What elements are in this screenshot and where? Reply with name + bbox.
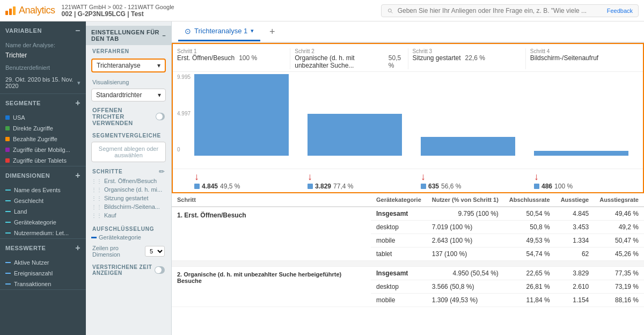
step-4[interactable]: ⋮⋮Bildschirm-/Seitena...: [86, 202, 171, 211]
drop-arrow-1: ↓: [194, 171, 199, 183]
segment-direkte[interactable]: Direkte Zugriffe: [0, 123, 86, 134]
edit-steps-icon[interactable]: ✏: [159, 168, 165, 176]
th-schritt: Schritt: [172, 193, 371, 207]
y-axis: 9.995 4.997 0: [177, 74, 191, 152]
top-bar: Analytics 121WATT GmbH > 002 - 121WATT G…: [0, 0, 644, 21]
tab-bar: ⊙ Trichteranalyse 1 ▾ +: [172, 21, 644, 43]
chevron-down-icon: ▾: [157, 62, 160, 69]
step-label-3: Schritt 3: [413, 48, 521, 54]
logo-icon: [5, 6, 16, 15]
segment-tablets[interactable]: Zugriffe über Tablets: [0, 155, 86, 166]
th-ausstiege: Ausstiege: [555, 193, 595, 207]
add-tab-button[interactable]: +: [265, 24, 280, 39]
segment-bezahlte[interactable]: Bezahlte Zugriffe: [0, 134, 86, 144]
bar-3: [421, 137, 515, 156]
step-name-3: Sitzung gestartet: [413, 54, 461, 62]
step-1[interactable]: ⋮⋮Erst. Öffnen/Besuch: [86, 177, 171, 185]
step-col-2: Schritt 2 Organische (d. h. mit unbezahl…: [290, 48, 408, 69]
bar-col-1: [173, 74, 303, 166]
step-col-3: Schritt 3 Sitzung gestartet 22,6 %: [408, 48, 526, 69]
messwerte-section: MESSWERTE + Aktive Nutzer Ereignisanzahl…: [0, 239, 86, 290]
tab-trichteranalyse-1[interactable]: ⊙ Trichteranalyse 1 ▾: [178, 23, 260, 41]
bar-2: [308, 114, 402, 156]
einstellungen-header: Einstellungen für den Tab –: [86, 26, 171, 45]
funnel-icon: ⊙: [185, 27, 191, 35]
search-bar[interactable]: Feedback: [381, 4, 639, 17]
chart-area: Schritt 1 Erst. Öffnen/Besuch 100 % Schr…: [172, 43, 644, 193]
chevron-down-icon: ▾: [77, 79, 80, 86]
dim-geraetekategorie[interactable]: Gerätekategorie: [0, 217, 86, 228]
variablen-minus-btn[interactable]: –: [76, 26, 80, 35]
einstellungen-minus-btn[interactable]: –: [162, 32, 166, 39]
dimensionen-header: DIMENSIONEN +: [0, 166, 86, 185]
schritte-header: SCHRITTE ✏: [86, 164, 171, 177]
drop-arrow-2: ↓: [308, 171, 312, 183]
table-row: 1. Erst. Öffnen/Besuch Insgesamt 9.795 (…: [172, 207, 644, 221]
variablen-section: Variablen – Name der Analyse: Trichter B…: [0, 21, 86, 94]
search-icon: [387, 7, 393, 14]
bars-container: 9.995 4.997 0: [173, 72, 643, 169]
name-analyse-label: Name der Analyse:: [0, 40, 86, 52]
step-pct-1: 100 %: [239, 54, 257, 62]
step-name-4: Bildschirm-/Seitenaufruf: [530, 54, 598, 62]
visualisierung-select[interactable]: Standardtrichter ▾: [91, 89, 166, 101]
variablen-header: Variablen –: [0, 21, 86, 40]
table-row: 2. Organische (d. h. mit unbezahlter Suc…: [172, 267, 644, 280]
step-name-1: Erst. Öffnen/Besuch: [177, 54, 235, 62]
step-pct-3: 22,6 %: [465, 54, 485, 62]
bar-col-2: [303, 74, 416, 166]
segmentvergleiche-label: SEGMENTVERGLEICHE: [86, 129, 171, 140]
step-name-2: Organische (d. h. mit unbezahlter Suche.…: [295, 54, 384, 69]
rows-select[interactable]: 5: [145, 246, 165, 257]
segment-drop[interactable]: Segment ablegen oder auswählen: [91, 142, 166, 162]
dim-events[interactable]: Name des Events: [0, 185, 86, 195]
middle-panel: Einstellungen für den Tab – VERFAHREN Tr…: [86, 21, 172, 335]
offenen-trichter-row: OFFENEN TRICHTER VERWENDEN: [86, 104, 171, 129]
section-divider-row: [172, 261, 644, 267]
messwerte-header: MESSWERTE +: [0, 239, 86, 257]
step-label-1: Schritt 1: [177, 48, 286, 54]
step-col-4: Schritt 4 Bildschirm-/Seitenaufruf: [526, 48, 643, 69]
th-nutzer: Nutzer (% von Schritt 1): [427, 193, 504, 207]
verfahren-select[interactable]: Trichteranalyse ▾: [91, 59, 166, 72]
step-3[interactable]: ⋮⋮Sitzung gestartet: [86, 194, 171, 202]
metric-ereignis: Ereignisanzahl: [0, 268, 86, 279]
rows-section: Zeilen pro Dimension 5: [86, 242, 171, 261]
bottom-stats-row: ↓ 4.84549,5 % ↓ 3.82977,4 % ↓: [173, 169, 643, 192]
step-label-2: Schritt 2: [295, 48, 403, 54]
table-header-row: Schritt Gerätekategorie Nutzer (% von Sc…: [172, 193, 644, 207]
offenen-toggle[interactable]: [156, 113, 165, 120]
search-input[interactable]: [398, 7, 603, 14]
step-label-4: Schritt 4: [530, 48, 639, 54]
logo: Analytics: [5, 5, 55, 16]
bar-col-4: [530, 74, 643, 166]
name-analyse-value: Trichter: [0, 52, 86, 62]
tab-dropdown-icon[interactable]: ▾: [251, 27, 254, 34]
th-abschluss: Abschlussrate: [504, 193, 555, 207]
verfahren-label: VERFAHREN: [86, 45, 171, 55]
aufschluesselung-label: AUFSCHLÜSSELUNG: [86, 223, 171, 233]
dimensionen-add-btn[interactable]: +: [75, 171, 80, 180]
th-ausstiegsrate: Ausstiegsrate: [594, 193, 644, 207]
dimensionen-section: DIMENSIONEN + Name des Events Geschlecht…: [0, 166, 86, 239]
segment-usa[interactable]: USA: [0, 112, 86, 123]
feedback-link[interactable]: Feedback: [607, 8, 633, 14]
date-selector[interactable]: 29. Okt. 2020 bis 15. Nov. 2020 ▾: [0, 74, 86, 93]
bottom-col-1: ↓ 4.84549,5 %: [173, 169, 303, 192]
dim-land[interactable]: Land: [0, 206, 86, 217]
dim-geschlecht[interactable]: Geschlecht: [0, 195, 86, 206]
verstrichene-toggle[interactable]: [155, 266, 165, 274]
segmente-add-btn[interactable]: +: [75, 98, 80, 108]
steps-header: Schritt 1 Erst. Öffnen/Besuch 100 % Schr…: [173, 44, 643, 72]
bottom-col-2: ↓ 3.82977,4 %: [303, 169, 416, 192]
bar-4: [534, 151, 628, 156]
bottom-col-4: ↓ 486100 %: [530, 169, 643, 192]
step-5[interactable]: ⋮⋮Kauf: [86, 211, 171, 220]
dim-nutzermedium[interactable]: Nutzermedium: Let...: [0, 228, 86, 238]
verstrichene-row: VERSTRICHENE ZEIT ANZEIGEN: [86, 261, 171, 279]
segment-mobil[interactable]: Zugriffe über Mobilg...: [0, 144, 86, 155]
step-2[interactable]: ⋮⋮Organische (d. h. mi...: [86, 185, 171, 194]
messwerte-add-btn[interactable]: +: [75, 243, 80, 253]
right-content: ⊙ Trichteranalyse 1 ▾ + Schritt 1 Erst. …: [172, 21, 644, 335]
data-table-wrap: Schritt Gerätekategorie Nutzer (% von Sc…: [172, 193, 644, 335]
